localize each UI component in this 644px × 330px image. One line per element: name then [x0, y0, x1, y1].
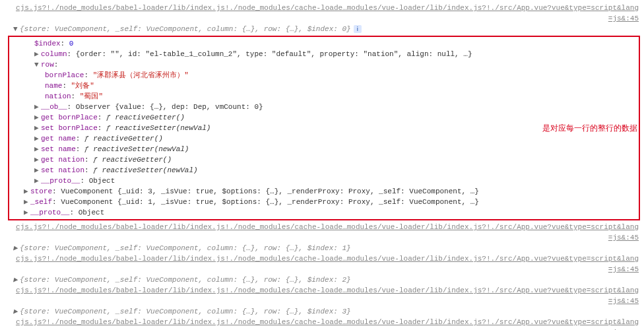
entry-summary: {store: VueComponent, _self: VueComponen… [20, 308, 351, 315]
disclosure-right-icon[interactable]: ▶ [34, 154, 41, 165]
log-entry-2[interactable]: ▶{store: VueComponent, _self: VueCompone… [0, 275, 644, 285]
log-entry-3[interactable]: ▶{store: VueComponent, _self: VueCompone… [0, 306, 644, 317]
info-icon[interactable]: i [354, 25, 362, 33]
prop-name[interactable]: name: "刘备" [11, 81, 639, 91]
source-link-tail[interactable]: =js&:45 [0, 264, 644, 275]
disclosure-right-icon[interactable]: ▶ [34, 49, 41, 59]
set-nation[interactable]: ▶set nation: ƒ reactiveSetter(newVal) [11, 165, 639, 176]
log-entry-0[interactable]: ▼{store: VueComponent, _self: VueCompone… [0, 24, 644, 34]
prop-index[interactable]: $index: 0 [11, 38, 639, 49]
source-link-tail[interactable]: =js&:45 [0, 232, 644, 243]
disclosure-right-icon[interactable]: ▶ [24, 186, 30, 197]
disclosure-right-icon[interactable]: ▶ [34, 112, 41, 123]
disclosure-right-icon[interactable]: ▶ [24, 207, 30, 218]
get-bornplace[interactable]: ▶get bornPlace: ƒ reactiveGetter() [11, 112, 639, 123]
source-link-tail[interactable]: =js&:45 [0, 296, 644, 306]
prop-proto2[interactable]: ▶__proto__: Object [11, 207, 639, 218]
disclosure-right-icon[interactable]: ▶ [34, 123, 41, 133]
get-name[interactable]: ▶get name: ƒ reactiveGetter() [11, 133, 639, 144]
disclosure-down-icon[interactable]: ▼ [13, 24, 20, 34]
highlight-box: $index: 0 ▶column: {order: "", id: "el-t… [8, 36, 640, 220]
set-name[interactable]: ▶set name: ƒ reactiveSetter(newVal) [11, 144, 639, 154]
disclosure-right-icon[interactable]: ▶ [34, 144, 41, 154]
entry-summary: {store: VueComponent, _self: VueComponen… [20, 25, 351, 33]
source-link-tail[interactable]: =js&:45 [0, 13, 644, 24]
source-link-tail[interactable]: =js&:45 [0, 327, 644, 330]
disclosure-right-icon[interactable]: ▶ [34, 165, 41, 176]
prop-self[interactable]: ▶_self: VueComponent {_uid: 1, _isVue: t… [11, 197, 639, 207]
entry-summary: {store: VueComponent, _self: VueComponen… [20, 244, 351, 252]
disclosure-down-icon[interactable]: ▼ [34, 59, 41, 70]
disclosure-right-icon[interactable]: ▶ [13, 275, 20, 285]
source-link[interactable]: cjs.js?!./node_modules/babel-loader/lib/… [0, 3, 644, 13]
disclosure-right-icon[interactable]: ▶ [34, 102, 41, 112]
disclosure-right-icon[interactable]: ▶ [34, 133, 41, 144]
prop-store[interactable]: ▶store: VueComponent {_uid: 3, _isVue: t… [11, 186, 639, 197]
get-nation[interactable]: ▶get nation: ƒ reactiveGetter() [11, 154, 639, 165]
disclosure-right-icon[interactable]: ▶ [34, 176, 41, 186]
prop-bornplace[interactable]: bornPlace: "涿郡涿县（河北省涿州市）" [11, 70, 639, 81]
disclosure-right-icon[interactable]: ▶ [13, 243, 20, 253]
entry-summary: {store: VueComponent, _self: VueComponen… [20, 276, 351, 284]
src-path: cjs.js?!./node_modules/babel-loader/lib/… [16, 4, 639, 12]
source-link[interactable]: cjs.js?!./node_modules/babel-loader/lib/… [0, 317, 644, 327]
prop-nation[interactable]: nation: "蜀国" [11, 91, 639, 102]
disclosure-right-icon[interactable]: ▶ [24, 197, 30, 207]
source-link[interactable]: cjs.js?!./node_modules/babel-loader/lib/… [0, 253, 644, 264]
prop-ob[interactable]: ▶__ob__: Observer {value: {…}, dep: Dep,… [11, 102, 639, 112]
prop-column[interactable]: ▶column: {order: "", id: "el-table_1_col… [11, 49, 639, 59]
prop-row[interactable]: ▼row: [11, 59, 639, 70]
log-entry-1[interactable]: ▶{store: VueComponent, _self: VueCompone… [0, 243, 644, 253]
annotation-label: 是对应每一行的整行的数据 [540, 123, 640, 134]
source-link[interactable]: cjs.js?!./node_modules/babel-loader/lib/… [0, 222, 644, 232]
source-link[interactable]: cjs.js?!./node_modules/babel-loader/lib/… [0, 285, 644, 296]
disclosure-right-icon[interactable]: ▶ [13, 306, 20, 317]
prop-proto[interactable]: ▶__proto__: Object [11, 176, 639, 186]
